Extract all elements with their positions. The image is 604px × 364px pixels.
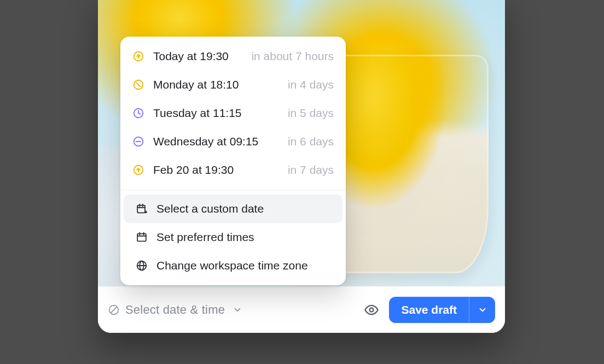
sunrise-icon — [132, 50, 144, 62]
save-draft-group: Save draft — [389, 297, 495, 323]
save-draft-menu-button[interactable] — [469, 297, 495, 323]
schedule-item-label: Feb 20 at 19:30 — [153, 163, 234, 177]
svg-point-2 — [370, 308, 374, 312]
svg-rect-15 — [137, 234, 146, 242]
schedule-item-label: Monday at 18:10 — [153, 78, 239, 91]
schedule-item[interactable]: Monday at 18:10 in 4 days — [120, 71, 346, 99]
schedule-item-label: Wednesday at 09:15 — [153, 135, 258, 148]
set-preferred-times[interactable]: Set preferred times — [124, 223, 342, 251]
schedule-item[interactable]: Wednesday at 09:15 in 6 days — [120, 127, 346, 156]
composer-footer: Select date & time Save draft — [98, 286, 505, 333]
action-label: Select a custom date — [156, 202, 264, 215]
calendar-plus-icon — [136, 203, 148, 215]
schedule-popover: Today at 19:30 in about 7 hours Monday a… — [120, 37, 346, 285]
schedule-item-hint: in 7 days — [288, 163, 334, 177]
schedule-item-label: Tuesday at 11:15 — [153, 107, 242, 120]
preview-button[interactable] — [361, 299, 382, 321]
popover-actions: Select a custom date Set preferred times — [120, 192, 346, 285]
clock-icon — [132, 107, 144, 119]
sunrise-icon — [132, 164, 144, 176]
svg-line-1 — [111, 307, 117, 313]
schedule-item[interactable]: Feb 20 at 19:30 in 7 days — [120, 156, 346, 184]
save-draft-button[interactable]: Save draft — [389, 297, 469, 323]
change-timezone[interactable]: Change workspace time zone — [124, 251, 342, 280]
select-date-time-label: Select date & time — [125, 303, 225, 317]
schedule-slash-icon — [108, 304, 120, 316]
sunset-icon — [132, 79, 144, 91]
schedule-item-hint: in 5 days — [288, 107, 334, 120]
minus-circle-icon — [132, 136, 144, 148]
eye-icon — [364, 302, 379, 318]
schedule-item[interactable]: Today at 19:30 in about 7 hours — [120, 42, 346, 71]
action-label: Change workspace time zone — [156, 259, 308, 272]
chevron-down-icon — [478, 305, 487, 315]
schedule-item-hint: in 4 days — [288, 78, 334, 91]
action-label: Set preferred times — [156, 231, 254, 244]
schedule-item[interactable]: Tuesday at 11:15 in 5 days — [120, 99, 346, 127]
schedule-item-label: Today at 19:30 — [153, 50, 229, 63]
chevron-down-icon — [233, 305, 242, 315]
select-date-time[interactable]: Select date & time — [108, 303, 242, 317]
popover-divider — [120, 190, 346, 190]
schedule-item-hint: in about 7 hours — [251, 50, 334, 63]
schedule-item-hint: in 6 days — [288, 135, 334, 148]
globe-icon — [136, 260, 148, 272]
schedule-suggestions: Today at 19:30 in about 7 hours Monday a… — [120, 37, 346, 187]
select-custom-date[interactable]: Select a custom date — [124, 195, 342, 223]
calendar-icon — [136, 231, 148, 243]
svg-rect-9 — [137, 206, 145, 213]
